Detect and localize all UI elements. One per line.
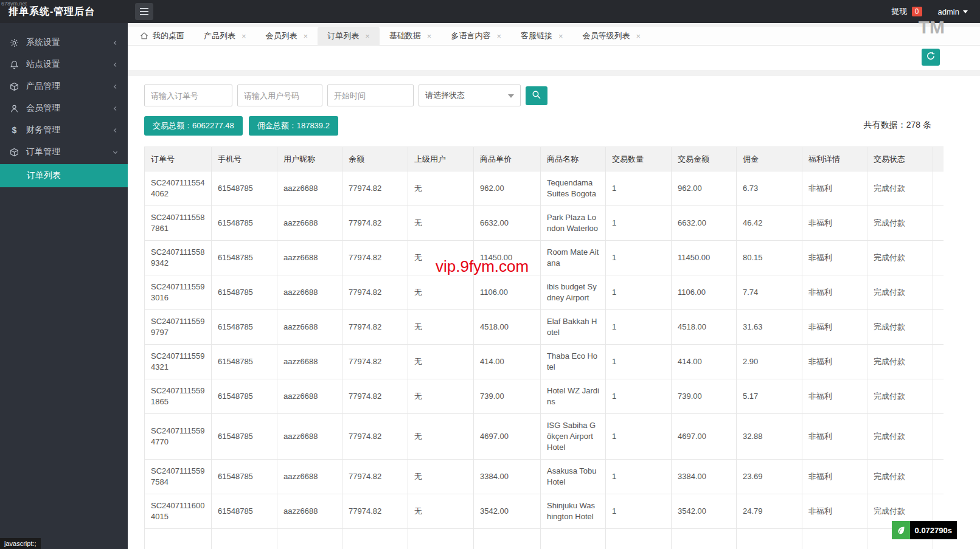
table-cell: 无 (408, 171, 474, 206)
column-header: 商品单价 (474, 147, 541, 171)
watermark-tm: TM (919, 17, 945, 38)
table-row: SC2407111600401561548785aazz668877974.82… (145, 494, 944, 529)
sidebar-item-order-management[interactable]: 订单管理 (0, 141, 128, 163)
tab-member-level-list[interactable]: 会员等级列表 × (573, 27, 651, 45)
withdraw-link[interactable]: 提现 0 (892, 6, 922, 17)
refresh-icon (926, 51, 936, 63)
tab-close-icon[interactable]: × (636, 32, 641, 41)
table-cell: 77974.82 (342, 241, 408, 275)
table-cell: aazz6688 (277, 494, 342, 529)
sidebar-item-site-settings[interactable]: 站点设置 (0, 54, 128, 75)
tab-close-icon[interactable]: × (558, 32, 563, 41)
tab-order-list[interactable]: 订单列表 × (318, 27, 380, 45)
tab-basic-data[interactable]: 基础数据 × (380, 27, 442, 45)
table-cell (933, 460, 944, 494)
table-cell: Thaba Eco Hotel (541, 345, 606, 379)
table-cell (933, 275, 944, 310)
table-cell: 无 (408, 275, 474, 310)
orders-table: 订单号手机号用户昵称余额上级用户商品单价商品名称交易数量交易金额佣金福利详情交易… (144, 147, 944, 549)
table-cell: 24.79 (737, 494, 802, 529)
tab-close-icon[interactable]: × (496, 32, 501, 41)
tab-label: 基础数据 (389, 30, 421, 41)
table-cell: 1 (606, 206, 672, 241)
start-time-input[interactable] (327, 85, 414, 106)
tab-service-link[interactable]: 客服链接 × (511, 27, 573, 45)
tab-close-icon[interactable]: × (365, 32, 370, 41)
user-menu[interactable]: admin (938, 7, 968, 16)
table-cell: 无 (408, 379, 474, 414)
sidebar: 系统设置 站点设置 产品管理 会员管理 $ 财务管理 订单管理 订单列表 (0, 23, 128, 549)
table-cell (933, 414, 944, 460)
table-cell: 80.15 (737, 241, 802, 275)
table-cell: 完成付款 (867, 379, 933, 414)
column-header: 交易状态 (867, 147, 933, 171)
tab-member-list[interactable]: 会员列表 × (256, 27, 318, 45)
tab-multilanguage[interactable]: 多语言内容 × (441, 27, 511, 45)
table-cell: 61548785 (212, 275, 277, 310)
table-cell: 2.90 (737, 345, 802, 379)
box-icon (10, 148, 19, 157)
search-button[interactable] (526, 86, 547, 105)
tab-close-icon[interactable]: × (427, 32, 432, 41)
sidebar-item-label: 产品管理 (26, 81, 60, 92)
column-header: 交易金额 (672, 147, 737, 171)
commission-total-button[interactable]: 佣金总额：187839.2 (249, 116, 338, 136)
table-cell: 61548785 (212, 241, 277, 275)
table-cell: SC24071115594770 (145, 414, 212, 460)
table-cell: 无 (408, 460, 474, 494)
column-header: 交易数量 (606, 147, 672, 171)
orders-table-wrapper: 订单号手机号用户昵称余额上级用户商品单价商品名称交易数量交易金额佣金福利详情交易… (144, 147, 944, 549)
column-header: 上级用户 (408, 147, 474, 171)
sidebar-item-product-management[interactable]: 产品管理 (0, 75, 128, 97)
table-cell: 完成付款 (867, 275, 933, 310)
table-cell: 6632.00 (474, 206, 541, 241)
watermark-center: vip.9fym.com (436, 257, 529, 276)
order-no-input[interactable] (144, 85, 232, 106)
tab-label: 会员列表 (266, 30, 297, 41)
table-cell: Tequendama Suites Bogota (541, 171, 606, 206)
table-cell: 1 (606, 310, 672, 345)
table-cell: 7.74 (737, 275, 802, 310)
transaction-total-button[interactable]: 交易总额：6062277.48 (144, 116, 243, 136)
table-cell: 3384.00 (672, 460, 737, 494)
content-panel: 请选择状态 交易总额：6062277.48 佣金总额：187839.2 共有数据… (128, 76, 980, 549)
table-cell: 完成付款 (867, 171, 933, 206)
sidebar-item-finance-management[interactable]: $ 财务管理 (0, 119, 128, 141)
table-cell: 非福利 (802, 275, 867, 310)
sidebar-item-member-management[interactable]: 会员管理 (0, 97, 128, 119)
menu-toggle-button[interactable] (135, 3, 153, 20)
refresh-button[interactable] (922, 49, 940, 66)
table-cell: 非福利 (802, 310, 867, 345)
table-cell: 1 (606, 379, 672, 414)
table-cell: 完成付款 (867, 310, 933, 345)
table-cell: SC24071115597584 (145, 460, 212, 494)
browser-status-bar: javascript:; (0, 538, 41, 549)
table-cell: 414.00 (474, 345, 541, 379)
toolbar (128, 46, 980, 70)
tab-close-icon[interactable]: × (242, 32, 246, 41)
table-row: SC2407111559477061548785aazz668877974.82… (145, 414, 944, 460)
column-header: 福利详情 (802, 147, 867, 171)
tab-close-icon[interactable]: × (304, 32, 308, 41)
sidebar-item-system-settings[interactable]: 系统设置 (0, 32, 128, 54)
status-select[interactable]: 请选择状态 (419, 85, 521, 106)
chevron-left-icon (113, 62, 118, 67)
table-cell: 无 (408, 414, 474, 460)
table-cell: 46.42 (737, 206, 802, 241)
leaf-icon (892, 521, 910, 539)
table-cell: SC24071115593016 (145, 275, 212, 310)
table-cell: 1 (606, 345, 672, 379)
table-cell: aazz6688 (277, 206, 342, 241)
sidebar-item-order-list[interactable]: 订单列表 (0, 164, 128, 187)
table-cell: 非福利 (802, 241, 867, 275)
table-cell: 11450.00 (672, 241, 737, 275)
chevron-left-icon (113, 128, 118, 133)
user-no-input[interactable] (237, 85, 322, 106)
table-cell: aazz6688 (277, 414, 342, 460)
table-cell: aazz6688 (277, 310, 342, 345)
tab-product-list[interactable]: 产品列表 × (194, 27, 256, 45)
header-right: 提现 0 admin (892, 6, 968, 17)
trace-button[interactable]: 0.072790s (892, 521, 957, 539)
tab-desktop[interactable]: 我的桌面 (130, 27, 194, 45)
sidebar-item-label: 财务管理 (26, 125, 60, 136)
